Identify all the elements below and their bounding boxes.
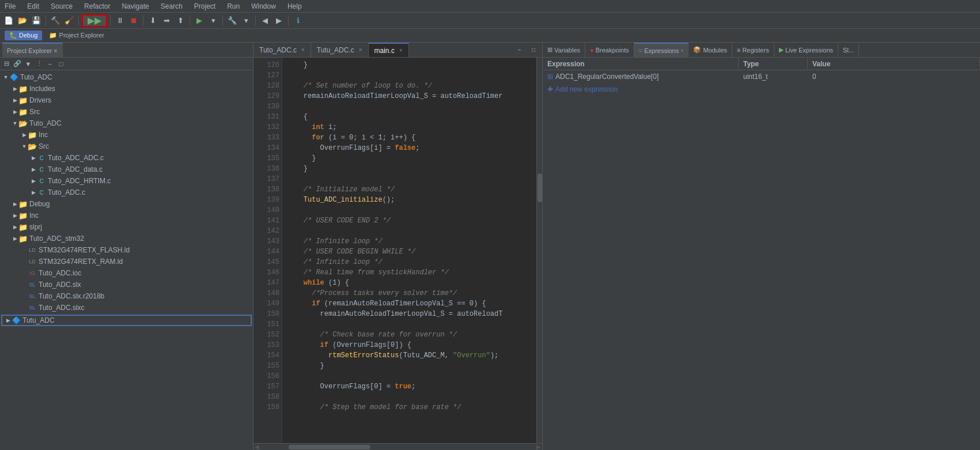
c-file-icon: C	[37, 153, 46, 162]
code-area[interactable]: } /* Set number of loop to do. */ remain…	[282, 58, 536, 443]
external-tools-button[interactable]: 🔧	[226, 14, 239, 27]
menu-refactor[interactable]: Refactor	[82, 2, 112, 10]
maximize-editor[interactable]: □	[527, 44, 540, 56]
prev-edit-button[interactable]: ◀	[259, 14, 271, 27]
code-line: }	[287, 60, 532, 70]
minimize-editor[interactable]: −	[513, 44, 526, 56]
menu-project[interactable]: Project	[192, 2, 218, 10]
tree-item-tuto-adc-c[interactable]: ▶ C Tuto_ADC.c	[0, 187, 253, 198]
live-expr-icon: ▶	[779, 46, 784, 54]
tab-variables[interactable]: ⊞ Variables	[543, 43, 585, 57]
toolbar: 📄 📂 💾 🔨 🧹 ▶▶ ⏸ ⏹ ⬇ ➡ ⬆ ▶ ▾ 🔧 ▾ ◀ ▶ ℹ	[0, 13, 980, 29]
code-line	[287, 226, 532, 236]
tab-project-explorer[interactable]: Project Explorer ×	[2, 43, 63, 57]
tree-item-tuto-stm32[interactable]: ▶ 📁 Tuto_ADC_stm32	[0, 233, 253, 244]
link-with-editor-btn[interactable]: 🔗	[12, 59, 22, 69]
tree-item-ram-ld[interactable]: LD STM32G474RETX_RAM.ld	[0, 256, 253, 267]
build-button[interactable]: 🔨	[49, 14, 62, 27]
tree-item-slxc[interactable]: SL Tuto_ADC.slxc	[0, 302, 253, 313]
maximize-view-btn[interactable]: □	[56, 59, 66, 69]
tab-tuto-adc-c[interactable]: Tuto_ADC.c ×	[253, 43, 311, 57]
menu-help[interactable]: Help	[285, 2, 304, 10]
c-file-icon: C	[37, 188, 46, 197]
menu-edit[interactable]: Edit	[25, 2, 41, 10]
tree-item-src2[interactable]: ▼ 📂 Src	[0, 141, 253, 152]
separator-5	[190, 16, 190, 26]
debug-row[interactable]: ⊞ ADC1_RegularConvertedValue[0] uint16_t…	[543, 70, 980, 83]
collapse-all-btn[interactable]: ⊟	[1, 59, 12, 69]
minimize-view-btn[interactable]: −	[45, 59, 55, 69]
expand-spacer	[21, 293, 28, 300]
add-expression-text: Add new expression	[555, 85, 618, 93]
tab-modules[interactable]: 📦 Modules	[688, 43, 732, 57]
step-over-button[interactable]: ➡	[160, 14, 173, 27]
tree-item-includes[interactable]: ▶ 📁 Includes	[0, 83, 253, 94]
step-return-button[interactable]: ⬆	[174, 14, 187, 27]
tree-item-flash-ld[interactable]: LD STM32G474RETX_FLASH.ld	[0, 244, 253, 256]
tree-item-tuto-adc-data[interactable]: ▶ C Tuto_ADC_data.c	[0, 164, 253, 175]
tab-live-expressions[interactable]: ▶ Live Expressions	[774, 43, 838, 57]
tree-item-slxr[interactable]: SL Tuto_ADC.slx.r2018b	[0, 290, 253, 302]
menu-navigate[interactable]: Navigate	[119, 2, 151, 10]
add-expression-label[interactable]: ✚ Add new expression	[543, 83, 739, 95]
add-expression-row[interactable]: ✚ Add new expression	[543, 83, 980, 96]
clean-button[interactable]: 🧹	[63, 14, 75, 27]
view-menu-btn[interactable]: ⋮	[34, 59, 44, 69]
ext-tools-dropdown[interactable]: ▾	[240, 14, 252, 27]
folder-icon: 📁	[28, 130, 37, 139]
run-config-button[interactable]: ▾	[207, 14, 220, 27]
menu-file[interactable]: File	[2, 2, 18, 10]
tab-expressions[interactable]: = Expressions ×	[634, 43, 689, 57]
tree-item-slprj[interactable]: ▶ 📁 slprj	[0, 221, 253, 233]
tab-main-c[interactable]: main.c ×	[369, 43, 409, 57]
horizontal-scrollbar[interactable]: ◀ ▶	[253, 443, 542, 450]
file-tree: ▼ 🔷 Tuto_ADC ▶ 📁 Includes ▶ 📁 Drivers ▶ …	[0, 70, 253, 450]
tab-breakpoints[interactable]: ● Breakpoints	[585, 43, 634, 57]
tree-item-tuto-adc-root[interactable]: ▼ 🔷 Tuto_ADC	[0, 71, 253, 83]
perspective-debug[interactable]: 🐛 Debug	[5, 31, 42, 40]
tree-item-inc[interactable]: ▶ 📁 Inc	[0, 129, 253, 141]
tree-label: Src	[39, 142, 49, 150]
step-into-button[interactable]: ⬇	[146, 14, 159, 27]
menu-run[interactable]: Run	[225, 2, 242, 10]
tree-item-drivers[interactable]: ▶ 📁 Drivers	[0, 94, 253, 106]
next-edit-button[interactable]: ▶	[273, 14, 285, 27]
info-button[interactable]: ℹ	[292, 14, 304, 27]
filter-btn[interactable]: ▼	[23, 59, 33, 69]
tree-item-tuto-adc-adc[interactable]: ▶ C Tuto_ADC_ADC.c	[0, 152, 253, 164]
tree-item-slx[interactable]: SL Tuto_ADC.slx	[0, 279, 253, 290]
perspective-project[interactable]: 📁 Project Explorer	[44, 31, 108, 40]
tab-registers[interactable]: ≡ Registers	[732, 43, 774, 57]
tab-sl[interactable]: Sl...	[838, 43, 859, 57]
tree-item-tuto-adc-hrtim[interactable]: ▶ C Tuto_ADC_HRTIM.c	[0, 175, 253, 187]
cell-expression: ⊞ ADC1_RegularConvertedValue[0]	[543, 70, 739, 82]
tree-item-src[interactable]: ▶ 📁 Src	[0, 106, 253, 118]
menu-search[interactable]: Search	[158, 2, 185, 10]
tree-item-tuto-adc-sub[interactable]: ▼ 📂 Tuto_ADC	[0, 118, 253, 129]
expand-icon: ▼	[21, 143, 28, 150]
close-icon[interactable]: ×	[680, 48, 683, 54]
tree-item-ioc[interactable]: IO Tuto_ADC.ioc	[0, 267, 253, 279]
run-button[interactable]: ▶	[193, 14, 206, 27]
tree-item-tutu-adc[interactable]: ▶ 🔷 Tutu_ADC	[1, 315, 252, 326]
save-button[interactable]: 💾	[30, 14, 43, 27]
close-icon[interactable]: ×	[301, 47, 305, 53]
close-icon[interactable]: ×	[359, 47, 362, 53]
tree-item-debug[interactable]: ▶ 📁 Debug	[0, 198, 253, 210]
menu-window[interactable]: Window	[249, 2, 278, 10]
scrollbar-thumb[interactable]	[538, 173, 542, 202]
close-icon[interactable]: ×	[399, 47, 403, 54]
menu-source[interactable]: Source	[48, 2, 75, 10]
resume-button[interactable]: ▶▶	[82, 14, 107, 27]
scrollbar-track[interactable]	[262, 445, 534, 449]
scrollbar-thumb[interactable]	[289, 445, 370, 449]
tab-tutu-adc-c[interactable]: Tutu_ADC.c ×	[311, 43, 369, 57]
tree-item-inc2[interactable]: ▶ 📁 Inc	[0, 210, 253, 221]
pause-button[interactable]: ⏸	[113, 14, 126, 27]
vertical-scrollbar[interactable]	[536, 58, 542, 443]
stop-button[interactable]: ⏹	[127, 14, 140, 27]
expression-value: ADC1_RegularConvertedValue[0]	[555, 73, 659, 81]
separator-6	[222, 16, 223, 26]
new-button[interactable]: 📄	[2, 14, 15, 27]
open-button[interactable]: 📂	[16, 14, 29, 27]
